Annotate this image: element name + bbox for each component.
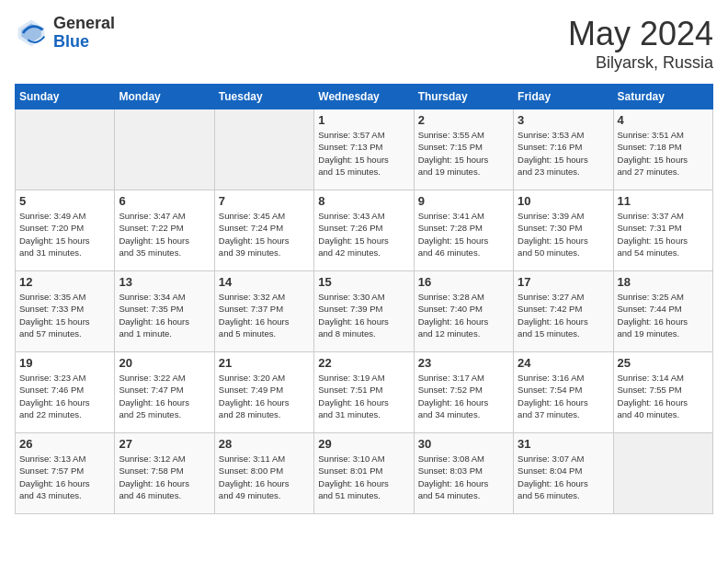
calendar-table: SundayMondayTuesdayWednesdayThursdayFrid… bbox=[15, 84, 713, 514]
day-number: 15 bbox=[318, 275, 409, 289]
day-info: Sunrise: 3:07 AM Sunset: 8:04 PM Dayligh… bbox=[518, 453, 609, 501]
day-number: 13 bbox=[119, 275, 210, 289]
calendar-week-row: 5Sunrise: 3:49 AM Sunset: 7:20 PM Daylig… bbox=[16, 190, 713, 271]
day-number: 12 bbox=[19, 275, 110, 289]
day-info: Sunrise: 3:13 AM Sunset: 7:57 PM Dayligh… bbox=[19, 453, 110, 501]
calendar-week-row: 19Sunrise: 3:23 AM Sunset: 7:46 PM Dayli… bbox=[16, 352, 713, 433]
calendar-day-cell bbox=[214, 109, 313, 190]
calendar-day-cell: 23Sunrise: 3:17 AM Sunset: 7:52 PM Dayli… bbox=[414, 352, 513, 433]
calendar-day-cell: 21Sunrise: 3:20 AM Sunset: 7:49 PM Dayli… bbox=[214, 352, 313, 433]
day-info: Sunrise: 3:55 AM Sunset: 7:15 PM Dayligh… bbox=[418, 129, 509, 178]
day-number: 5 bbox=[19, 194, 110, 208]
logo-general: General bbox=[53, 15, 115, 33]
calendar-day-cell: 3Sunrise: 3:53 AM Sunset: 7:16 PM Daylig… bbox=[514, 109, 613, 190]
calendar-week-row: 1Sunrise: 3:57 AM Sunset: 7:13 PM Daylig… bbox=[16, 109, 713, 190]
calendar-day-cell: 9Sunrise: 3:41 AM Sunset: 7:28 PM Daylig… bbox=[414, 190, 513, 271]
day-number: 24 bbox=[518, 356, 609, 370]
day-number: 23 bbox=[418, 356, 509, 370]
day-info: Sunrise: 3:53 AM Sunset: 7:16 PM Dayligh… bbox=[518, 129, 609, 178]
calendar-day-cell: 15Sunrise: 3:30 AM Sunset: 7:39 PM Dayli… bbox=[314, 271, 414, 352]
day-info: Sunrise: 3:41 AM Sunset: 7:28 PM Dayligh… bbox=[418, 210, 509, 259]
calendar-day-cell: 29Sunrise: 3:10 AM Sunset: 8:01 PM Dayli… bbox=[314, 433, 414, 514]
calendar-title-block: May 2024 Bilyarsk, Russia bbox=[568, 15, 713, 73]
day-number: 28 bbox=[219, 437, 310, 451]
logo-text: General Blue bbox=[53, 15, 115, 52]
day-number: 4 bbox=[618, 113, 709, 127]
day-number: 3 bbox=[518, 113, 609, 127]
day-number: 9 bbox=[418, 194, 509, 208]
calendar-month-year: May 2024 bbox=[568, 15, 713, 53]
day-of-week-header: Wednesday bbox=[314, 85, 414, 109]
calendar-location: Bilyarsk, Russia bbox=[568, 53, 713, 73]
calendar-day-cell: 11Sunrise: 3:37 AM Sunset: 7:31 PM Dayli… bbox=[613, 190, 712, 271]
calendar-body: 1Sunrise: 3:57 AM Sunset: 7:13 PM Daylig… bbox=[16, 109, 713, 514]
day-number: 26 bbox=[19, 437, 110, 451]
day-number: 2 bbox=[418, 113, 509, 127]
day-info: Sunrise: 3:19 AM Sunset: 7:51 PM Dayligh… bbox=[318, 372, 409, 420]
calendar-day-cell: 26Sunrise: 3:13 AM Sunset: 7:57 PM Dayli… bbox=[16, 433, 115, 514]
day-number: 25 bbox=[618, 356, 709, 370]
calendar-day-cell: 17Sunrise: 3:27 AM Sunset: 7:42 PM Dayli… bbox=[514, 271, 613, 352]
calendar-day-cell: 1Sunrise: 3:57 AM Sunset: 7:13 PM Daylig… bbox=[314, 109, 414, 190]
calendar-day-cell: 5Sunrise: 3:49 AM Sunset: 7:20 PM Daylig… bbox=[16, 190, 115, 271]
page-header: General Blue May 2024 Bilyarsk, Russia bbox=[15, 15, 713, 73]
logo-blue: Blue bbox=[53, 33, 115, 52]
day-number: 18 bbox=[618, 275, 709, 289]
calendar-header: SundayMondayTuesdayWednesdayThursdayFrid… bbox=[16, 85, 713, 109]
day-of-week-header: Monday bbox=[115, 85, 214, 109]
day-info: Sunrise: 3:14 AM Sunset: 7:55 PM Dayligh… bbox=[618, 372, 709, 420]
day-number: 30 bbox=[418, 437, 509, 451]
day-info: Sunrise: 3:11 AM Sunset: 8:00 PM Dayligh… bbox=[219, 453, 310, 501]
calendar-day-cell: 10Sunrise: 3:39 AM Sunset: 7:30 PM Dayli… bbox=[514, 190, 613, 271]
calendar-day-cell: 18Sunrise: 3:25 AM Sunset: 7:44 PM Dayli… bbox=[613, 271, 712, 352]
day-info: Sunrise: 3:43 AM Sunset: 7:26 PM Dayligh… bbox=[318, 210, 409, 259]
day-info: Sunrise: 3:27 AM Sunset: 7:42 PM Dayligh… bbox=[518, 291, 609, 339]
calendar-day-cell: 13Sunrise: 3:34 AM Sunset: 7:35 PM Dayli… bbox=[115, 271, 214, 352]
day-number: 22 bbox=[318, 356, 409, 370]
days-of-week-row: SundayMondayTuesdayWednesdayThursdayFrid… bbox=[16, 85, 713, 109]
day-info: Sunrise: 3:57 AM Sunset: 7:13 PM Dayligh… bbox=[318, 129, 409, 178]
calendar-day-cell: 4Sunrise: 3:51 AM Sunset: 7:18 PM Daylig… bbox=[613, 109, 712, 190]
calendar-day-cell bbox=[16, 109, 115, 190]
logo-icon bbox=[15, 17, 48, 50]
day-number: 11 bbox=[618, 194, 709, 208]
calendar-day-cell: 6Sunrise: 3:47 AM Sunset: 7:22 PM Daylig… bbox=[115, 190, 214, 271]
day-number: 17 bbox=[518, 275, 609, 289]
day-info: Sunrise: 3:12 AM Sunset: 7:58 PM Dayligh… bbox=[119, 453, 210, 501]
calendar-day-cell: 24Sunrise: 3:16 AM Sunset: 7:54 PM Dayli… bbox=[514, 352, 613, 433]
day-number: 14 bbox=[219, 275, 310, 289]
calendar-day-cell: 2Sunrise: 3:55 AM Sunset: 7:15 PM Daylig… bbox=[414, 109, 513, 190]
day-info: Sunrise: 3:16 AM Sunset: 7:54 PM Dayligh… bbox=[518, 372, 609, 420]
day-info: Sunrise: 3:45 AM Sunset: 7:24 PM Dayligh… bbox=[219, 210, 310, 259]
calendar-day-cell: 22Sunrise: 3:19 AM Sunset: 7:51 PM Dayli… bbox=[314, 352, 414, 433]
day-number: 31 bbox=[518, 437, 609, 451]
day-number: 6 bbox=[119, 194, 210, 208]
day-info: Sunrise: 3:30 AM Sunset: 7:39 PM Dayligh… bbox=[318, 291, 409, 339]
day-info: Sunrise: 3:37 AM Sunset: 7:31 PM Dayligh… bbox=[618, 210, 709, 259]
day-number: 27 bbox=[119, 437, 210, 451]
day-info: Sunrise: 3:28 AM Sunset: 7:40 PM Dayligh… bbox=[418, 291, 509, 339]
calendar-week-row: 12Sunrise: 3:35 AM Sunset: 7:33 PM Dayli… bbox=[16, 271, 713, 352]
day-of-week-header: Thursday bbox=[414, 85, 513, 109]
calendar-day-cell: 30Sunrise: 3:08 AM Sunset: 8:03 PM Dayli… bbox=[414, 433, 513, 514]
day-of-week-header: Tuesday bbox=[214, 85, 313, 109]
calendar-day-cell: 27Sunrise: 3:12 AM Sunset: 7:58 PM Dayli… bbox=[115, 433, 214, 514]
calendar-day-cell bbox=[613, 433, 712, 514]
day-number: 1 bbox=[318, 113, 409, 127]
calendar-day-cell: 8Sunrise: 3:43 AM Sunset: 7:26 PM Daylig… bbox=[314, 190, 414, 271]
day-info: Sunrise: 3:32 AM Sunset: 7:37 PM Dayligh… bbox=[219, 291, 310, 339]
calendar-day-cell: 25Sunrise: 3:14 AM Sunset: 7:55 PM Dayli… bbox=[613, 352, 712, 433]
day-info: Sunrise: 3:23 AM Sunset: 7:46 PM Dayligh… bbox=[19, 372, 110, 420]
day-number: 10 bbox=[518, 194, 609, 208]
day-number: 20 bbox=[119, 356, 210, 370]
day-info: Sunrise: 3:22 AM Sunset: 7:47 PM Dayligh… bbox=[119, 372, 210, 420]
day-info: Sunrise: 3:10 AM Sunset: 8:01 PM Dayligh… bbox=[318, 453, 409, 501]
logo: General Blue bbox=[15, 15, 115, 52]
calendar-day-cell: 28Sunrise: 3:11 AM Sunset: 8:00 PM Dayli… bbox=[214, 433, 313, 514]
day-number: 7 bbox=[219, 194, 310, 208]
day-info: Sunrise: 3:49 AM Sunset: 7:20 PM Dayligh… bbox=[19, 210, 110, 259]
day-info: Sunrise: 3:51 AM Sunset: 7:18 PM Dayligh… bbox=[618, 129, 709, 178]
day-number: 29 bbox=[318, 437, 409, 451]
calendar-day-cell bbox=[115, 109, 214, 190]
calendar-day-cell: 20Sunrise: 3:22 AM Sunset: 7:47 PM Dayli… bbox=[115, 352, 214, 433]
